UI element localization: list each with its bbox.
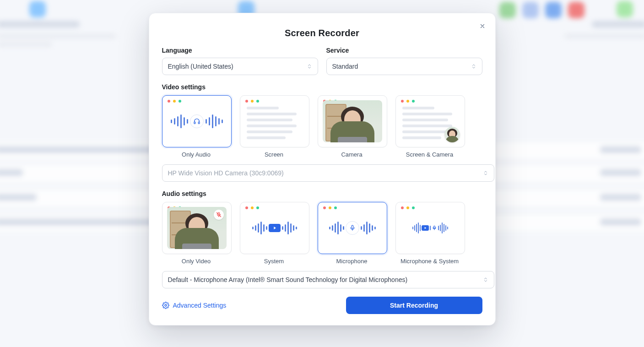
microphone-icon: [346, 221, 359, 235]
svg-rect-3: [433, 226, 435, 228]
svg-rect-2: [352, 225, 353, 228]
tile-caption: System: [240, 258, 308, 265]
tile-thumb: [318, 95, 387, 147]
tile-thumb: [162, 202, 232, 254]
chevrons-updown-icon: [483, 170, 488, 176]
tile-mic-and-system[interactable]: Microphone & System: [395, 202, 464, 265]
tile-caption: Screen: [240, 151, 308, 158]
chevrons-updown-icon: [471, 63, 476, 70]
service-select[interactable]: Standard: [326, 58, 482, 75]
chevrons-updown-icon: [307, 63, 312, 70]
tile-caption: Only Audio: [162, 151, 231, 158]
svg-point-4: [165, 304, 167, 306]
tile-caption: Microphone: [318, 258, 386, 265]
tile-caption: Screen & Camera: [395, 151, 464, 158]
start-recording-label: Start Recording: [390, 302, 438, 309]
microphone-icon: [432, 225, 437, 231]
tile-screen-camera[interactable]: Screen & Camera: [395, 95, 464, 158]
gear-icon: [162, 302, 169, 309]
camera-device-value: HP Wide Vision HD Camera (30c9:0069): [168, 169, 284, 177]
tile-caption: Camera: [318, 151, 386, 158]
service-field: Service Standard: [326, 47, 482, 75]
camera-device-select[interactable]: HP Wide Vision HD Camera (30c9:0069): [162, 164, 494, 182]
microphone-device-value: Default - Microphone Array (Intel® Smart…: [168, 276, 408, 283]
video-settings-tiles: Only Audio Screen: [162, 95, 482, 158]
tile-screen[interactable]: Screen: [240, 95, 308, 158]
language-label: Language: [162, 47, 318, 54]
camera-pip: [444, 127, 460, 142]
tile-camera[interactable]: Camera: [318, 95, 386, 158]
mic-muted-icon: [214, 210, 224, 220]
tile-thumb: [395, 202, 465, 254]
advanced-settings-label: Advanced Settings: [173, 302, 227, 309]
tile-caption: Microphone & System: [395, 258, 464, 265]
language-select[interactable]: English (United States): [162, 58, 318, 75]
video-settings-label: Video settings: [162, 83, 482, 91]
display-play-icon: [269, 224, 281, 232]
tile-thumb: [162, 95, 232, 147]
close-icon: [479, 23, 486, 29]
language-value: English (United States): [168, 63, 233, 70]
svg-rect-0: [194, 122, 195, 124]
display-icon: [422, 225, 429, 231]
tile-thumb: [318, 202, 387, 254]
tile-caption: Only Video: [162, 258, 231, 265]
language-field: Language English (United States): [162, 47, 318, 75]
service-label: Service: [326, 47, 482, 54]
modal-title: Screen Recorder: [162, 28, 482, 38]
tile-thumb: [240, 95, 309, 147]
tile-only-audio[interactable]: Only Audio: [162, 95, 231, 158]
screen-recorder-modal: Screen Recorder Language English (United…: [149, 13, 496, 325]
start-recording-button[interactable]: Start Recording: [346, 297, 482, 314]
modal-overlay: Screen Recorder Language English (United…: [0, 0, 644, 347]
camera-preview: [323, 100, 382, 142]
tile-thumb: [395, 95, 465, 147]
tile-thumb: [240, 202, 309, 254]
microphone-device-select[interactable]: Default - Microphone Array (Intel® Smart…: [162, 271, 494, 288]
tile-microphone[interactable]: Microphone: [318, 202, 386, 265]
tile-only-video[interactable]: Only Video: [162, 202, 231, 265]
headphones-icon: [190, 114, 204, 128]
service-value: Standard: [332, 63, 358, 70]
audio-settings-label: Audio settings: [162, 190, 482, 197]
chevrons-updown-icon: [483, 277, 488, 283]
close-button[interactable]: [476, 20, 489, 33]
tile-system-audio[interactable]: System: [240, 202, 308, 265]
svg-rect-1: [198, 122, 200, 124]
advanced-settings-link[interactable]: Advanced Settings: [162, 302, 227, 309]
audio-settings-tiles: Only Video System: [162, 202, 482, 265]
